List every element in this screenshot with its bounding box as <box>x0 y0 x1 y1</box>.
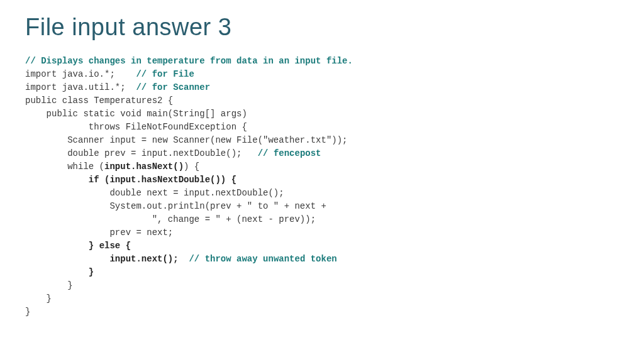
code-if-cond: if (input.hasNextDouble()) { <box>89 175 236 185</box>
code-while-c: ) { <box>184 162 199 172</box>
code-import-2: import java.util.*; <box>25 82 136 92</box>
code-while-cond: input.hasNext() <box>104 162 184 172</box>
code-block: // Displays changes in temperature from … <box>25 55 619 319</box>
code-main-sig: public static void main(String[] args) <box>25 107 619 121</box>
code-else-indent <box>25 241 89 251</box>
code-close-while: } <box>25 279 619 292</box>
code-inputnext: input.next(); <box>109 254 178 264</box>
code-close-class: } <box>25 305 619 319</box>
code-comment-top: // Displays changes in temperature from … <box>25 56 353 66</box>
code-else: } else { <box>89 241 131 251</box>
code-closeif-indent <box>25 267 89 277</box>
code-import-1: import java.io.*; <box>25 69 136 79</box>
code-if-indent <box>25 175 89 185</box>
code-scanner-init: Scanner input = new Scanner(new File("we… <box>25 134 619 147</box>
code-close-main: } <box>25 292 619 305</box>
code-next-decl: double next = input.nextDouble(); <box>25 187 619 200</box>
code-assign-prev: prev = next; <box>25 226 619 239</box>
code-comment-fencepost: // fencepost <box>258 148 321 158</box>
code-comment-file: // for File <box>136 69 194 79</box>
code-println-2: ", change = " + (next - prev)); <box>25 213 619 226</box>
code-inputnext-indent <box>25 254 109 264</box>
code-comment-scanner: // for Scanner <box>136 82 210 92</box>
code-prev-init: double prev = input.nextDouble(); <box>25 148 258 158</box>
slide-title: File input answer 3 <box>25 14 619 41</box>
code-while-a: while ( <box>25 162 104 172</box>
slide-container: File input answer 3 // Displays changes … <box>0 0 644 319</box>
code-class-decl: public class Temperatures2 { <box>25 94 619 107</box>
code-comment-throwaway: // throw away unwanted token <box>189 254 336 264</box>
code-println-1: System.out.println(prev + " to " + next … <box>25 200 619 213</box>
code-throws: throws FileNotFoundException { <box>25 121 619 134</box>
code-closeif: } <box>89 267 94 277</box>
code-inputnext-sp <box>179 254 189 264</box>
